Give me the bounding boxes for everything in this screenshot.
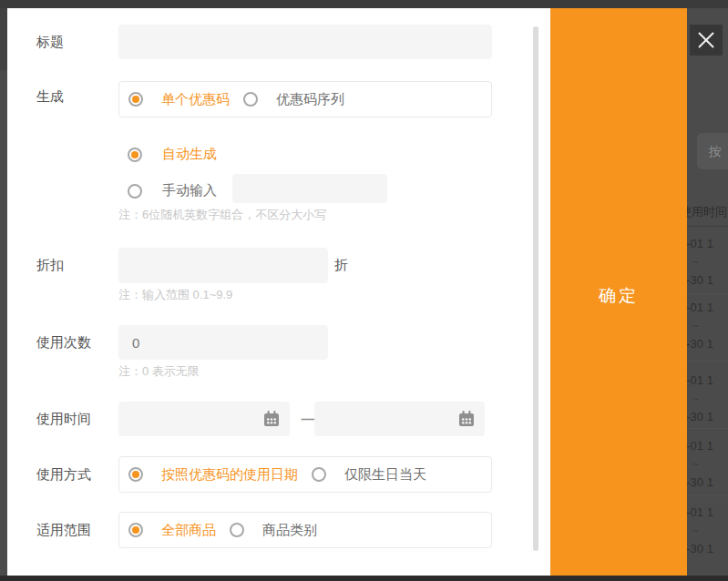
auto-generate-row: 自动生成: [128, 146, 217, 163]
table-row-divider: [687, 361, 728, 362]
usage-count-input[interactable]: [118, 325, 328, 360]
radio-manual-input-label[interactable]: 手动输入: [162, 182, 217, 199]
radio-coupon-series[interactable]: [243, 92, 258, 107]
radio-manual-input[interactable]: [128, 184, 142, 199]
table-row-divider: [687, 495, 728, 496]
table-row-divider: [687, 293, 728, 294]
confirm-button-label: 确定: [550, 284, 687, 308]
radio-product-category-label[interactable]: 商品类别: [262, 522, 317, 539]
radio-birthday-only-label[interactable]: 仅限生日当天: [344, 466, 426, 484]
radio-coupon-series-label[interactable]: 优惠码序列: [276, 91, 344, 108]
table-row-divider: [687, 428, 728, 429]
end-date-input[interactable]: [314, 402, 485, 436]
dialog-scrollbar[interactable]: [533, 26, 538, 551]
generate-radio-group: 单个优惠码 优惠码序列: [118, 81, 492, 117]
confirm-button[interactable]: 确定: [550, 8, 687, 576]
usage-mode-radio-group: 按照优惠码的使用日期 仅限生日当天: [118, 456, 492, 493]
manual-input-row: 手动输入: [128, 182, 217, 199]
radio-birthday-only[interactable]: [312, 467, 326, 482]
radio-single-coupon[interactable]: [128, 92, 143, 107]
close-icon: [696, 30, 716, 50]
calendar-icon: [262, 410, 281, 428]
discount-input[interactable]: [118, 248, 328, 283]
radio-auto-generate-label[interactable]: 自动生成: [162, 146, 217, 163]
calendar-icon: [457, 410, 476, 428]
usage-mode-label: 使用方式: [36, 465, 91, 484]
generate-note: 注：6位随机英数字组合，不区分大小写: [118, 206, 326, 224]
radio-auto-generate[interactable]: [128, 148, 142, 162]
radio-by-coupon-date-label[interactable]: 按照优惠码的使用日期: [161, 466, 298, 484]
scope-radio-group: 全部商品 商品类别: [118, 512, 492, 548]
table-header-divider: [687, 226, 728, 227]
title-input[interactable]: [118, 25, 492, 59]
backdrop-left-patch: [0, 8, 7, 70]
background-filter-button[interactable]: 按: [697, 133, 728, 169]
title-label: 标题: [36, 33, 64, 51]
coupon-create-dialog: 标题 生成 单个优惠码 优惠码序列 自动生成 手动输入 注：6位随机英数字组合，…: [7, 8, 687, 576]
radio-single-coupon-label[interactable]: 单个优惠码: [161, 91, 230, 108]
discount-label: 折扣: [36, 256, 64, 274]
scope-label: 适用范围: [36, 521, 91, 539]
radio-product-category[interactable]: [230, 523, 244, 537]
discount-note: 注：输入范围 0.1~9.9: [118, 286, 232, 304]
radio-all-products[interactable]: [128, 523, 143, 537]
backdrop-bottom-strip: [0, 576, 728, 581]
radio-all-products-label[interactable]: 全部商品: [161, 522, 216, 539]
backdrop-top-strip: [0, 0, 728, 8]
radio-by-coupon-date[interactable]: [128, 467, 143, 482]
usage-count-note: 注：0 表示无限: [118, 362, 200, 381]
usage-time-label: 使用时间: [36, 410, 91, 428]
discount-suffix: 折: [334, 256, 348, 274]
generate-label: 生成: [36, 87, 64, 106]
close-button[interactable]: [690, 25, 723, 56]
usage-count-label: 使用次数: [36, 333, 91, 352]
start-date-input[interactable]: [118, 402, 290, 436]
manual-code-input[interactable]: [232, 174, 387, 203]
